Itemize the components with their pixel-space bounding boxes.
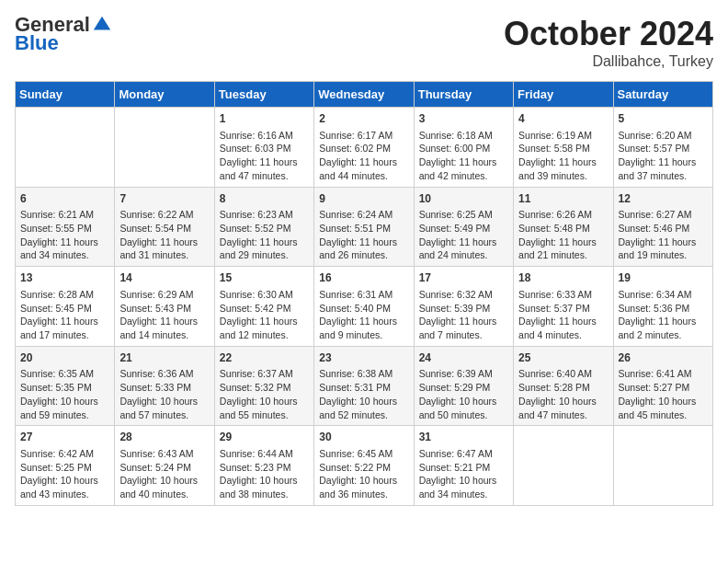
calendar-cell: 31Sunrise: 6:47 AMSunset: 5:21 PMDayligh… [414,426,513,506]
day-number: 21 [119,350,209,366]
day-info: Sunrise: 6:36 AMSunset: 5:33 PMDaylight:… [119,367,209,421]
calendar-cell: 3Sunrise: 6:18 AMSunset: 6:00 PMDaylight… [414,108,513,188]
day-number: 23 [319,350,408,366]
day-number: 27 [20,430,109,445]
day-number: 10 [419,191,508,207]
calendar-cell: 9Sunrise: 6:24 AMSunset: 5:51 PMDaylight… [314,187,414,267]
calendar-cell: 8Sunrise: 6:23 AMSunset: 5:52 PMDaylight… [214,187,313,267]
calendar-week-3: 13Sunrise: 6:28 AMSunset: 5:45 PMDayligh… [16,267,713,347]
logo-icon [92,15,112,35]
calendar-cell: 27Sunrise: 6:42 AMSunset: 5:25 PMDayligh… [16,426,115,506]
weekday-header-thursday: Thursday [414,82,513,108]
calendar-cell: 10Sunrise: 6:25 AMSunset: 5:49 PMDayligh… [414,187,513,267]
day-info: Sunrise: 6:24 AMSunset: 5:51 PMDaylight:… [319,208,408,262]
day-info: Sunrise: 6:17 AMSunset: 6:02 PMDaylight:… [319,129,408,183]
day-number: 31 [419,430,508,445]
day-info: Sunrise: 6:37 AMSunset: 5:32 PMDaylight:… [220,367,309,421]
day-number: 13 [20,270,109,286]
calendar-cell: 4Sunrise: 6:19 AMSunset: 5:58 PMDaylight… [514,108,613,188]
day-number: 3 [419,111,508,127]
title-block: October 2024 Dallibahce, Turkey [504,15,713,70]
calendar-week-5: 27Sunrise: 6:42 AMSunset: 5:25 PMDayligh… [16,426,713,506]
day-info: Sunrise: 6:31 AMSunset: 5:40 PMDaylight:… [319,288,408,342]
calendar-cell: 26Sunrise: 6:41 AMSunset: 5:27 PMDayligh… [613,346,712,426]
day-number: 11 [518,191,608,207]
weekday-header-friday: Friday [514,82,613,108]
svg-marker-0 [94,17,110,30]
day-number: 30 [319,430,408,445]
day-number: 6 [20,191,109,207]
calendar-cell: 15Sunrise: 6:30 AMSunset: 5:42 PMDayligh… [214,267,313,347]
day-info: Sunrise: 6:23 AMSunset: 5:52 PMDaylight:… [220,208,309,262]
calendar-cell: 24Sunrise: 6:39 AMSunset: 5:29 PMDayligh… [414,346,513,426]
day-number: 18 [518,270,608,286]
calendar-cell: 2Sunrise: 6:17 AMSunset: 6:02 PMDaylight… [314,108,414,188]
subtitle: Dallibahce, Turkey [504,53,713,70]
weekday-header-saturday: Saturday [613,82,712,108]
calendar-cell [115,108,214,188]
calendar-cell: 23Sunrise: 6:38 AMSunset: 5:31 PMDayligh… [314,346,414,426]
day-number: 25 [518,350,608,366]
day-number: 17 [419,270,508,286]
calendar-cell: 19Sunrise: 6:34 AMSunset: 5:36 PMDayligh… [613,267,712,347]
calendar-cell: 21Sunrise: 6:36 AMSunset: 5:33 PMDayligh… [115,346,214,426]
day-info: Sunrise: 6:28 AMSunset: 5:45 PMDaylight:… [20,288,109,342]
calendar-cell: 29Sunrise: 6:44 AMSunset: 5:23 PMDayligh… [214,426,313,506]
day-number: 14 [119,270,209,286]
logo: General Blue [15,15,112,53]
day-number: 28 [119,430,209,445]
day-info: Sunrise: 6:16 AMSunset: 6:03 PMDaylight:… [220,129,309,183]
calendar-body: 1Sunrise: 6:16 AMSunset: 6:03 PMDaylight… [16,108,713,506]
day-info: Sunrise: 6:32 AMSunset: 5:39 PMDaylight:… [419,288,508,342]
calendar-table: SundayMondayTuesdayWednesdayThursdayFrid… [15,81,713,506]
day-number: 9 [319,191,408,207]
weekday-header-sunday: Sunday [16,82,115,108]
day-info: Sunrise: 6:25 AMSunset: 5:49 PMDaylight:… [419,208,508,262]
calendar-cell: 13Sunrise: 6:28 AMSunset: 5:45 PMDayligh… [16,267,115,347]
day-info: Sunrise: 6:18 AMSunset: 6:00 PMDaylight:… [419,129,508,183]
day-info: Sunrise: 6:19 AMSunset: 5:58 PMDaylight:… [518,129,608,183]
day-info: Sunrise: 6:29 AMSunset: 5:43 PMDaylight:… [119,288,209,342]
day-info: Sunrise: 6:44 AMSunset: 5:23 PMDaylight:… [220,447,309,501]
day-number: 7 [119,191,209,207]
calendar-cell: 18Sunrise: 6:33 AMSunset: 5:37 PMDayligh… [514,267,613,347]
calendar-cell: 20Sunrise: 6:35 AMSunset: 5:35 PMDayligh… [16,346,115,426]
page-header: General Blue October 2024 Dallibahce, Tu… [15,15,713,70]
weekday-header-row: SundayMondayTuesdayWednesdayThursdayFrid… [16,82,713,108]
day-number: 19 [619,270,708,286]
day-info: Sunrise: 6:26 AMSunset: 5:48 PMDaylight:… [518,208,608,262]
calendar-cell: 5Sunrise: 6:20 AMSunset: 5:57 PMDaylight… [613,108,712,188]
day-info: Sunrise: 6:39 AMSunset: 5:29 PMDaylight:… [419,367,508,421]
day-info: Sunrise: 6:47 AMSunset: 5:21 PMDaylight:… [419,447,508,501]
day-number: 26 [619,350,708,366]
day-info: Sunrise: 6:21 AMSunset: 5:55 PMDaylight:… [20,208,109,262]
day-number: 15 [220,270,309,286]
day-info: Sunrise: 6:30 AMSunset: 5:42 PMDaylight:… [220,288,309,342]
calendar-cell: 25Sunrise: 6:40 AMSunset: 5:28 PMDayligh… [514,346,613,426]
day-number: 22 [220,350,309,366]
calendar-cell: 28Sunrise: 6:43 AMSunset: 5:24 PMDayligh… [115,426,214,506]
day-info: Sunrise: 6:38 AMSunset: 5:31 PMDaylight:… [319,367,408,421]
day-number: 1 [220,111,309,127]
day-number: 4 [518,111,608,127]
calendar-cell: 11Sunrise: 6:26 AMSunset: 5:48 PMDayligh… [514,187,613,267]
day-info: Sunrise: 6:35 AMSunset: 5:35 PMDaylight:… [20,367,109,421]
day-number: 24 [419,350,508,366]
day-info: Sunrise: 6:45 AMSunset: 5:22 PMDaylight:… [319,447,408,501]
calendar-cell: 22Sunrise: 6:37 AMSunset: 5:32 PMDayligh… [214,346,313,426]
calendar-cell: 14Sunrise: 6:29 AMSunset: 5:43 PMDayligh… [115,267,214,347]
day-info: Sunrise: 6:43 AMSunset: 5:24 PMDaylight:… [119,447,209,501]
logo-blue: Blue [15,33,59,53]
weekday-header-wednesday: Wednesday [314,82,414,108]
day-number: 2 [319,111,408,127]
day-info: Sunrise: 6:40 AMSunset: 5:28 PMDaylight:… [518,367,608,421]
day-number: 8 [220,191,309,207]
day-number: 5 [619,111,708,127]
calendar-cell: 7Sunrise: 6:22 AMSunset: 5:54 PMDaylight… [115,187,214,267]
calendar-cell: 17Sunrise: 6:32 AMSunset: 5:39 PMDayligh… [414,267,513,347]
day-number: 29 [220,430,309,445]
calendar-week-4: 20Sunrise: 6:35 AMSunset: 5:35 PMDayligh… [16,346,713,426]
calendar-cell [613,426,712,506]
day-info: Sunrise: 6:34 AMSunset: 5:36 PMDaylight:… [619,288,708,342]
weekday-header-tuesday: Tuesday [214,82,313,108]
